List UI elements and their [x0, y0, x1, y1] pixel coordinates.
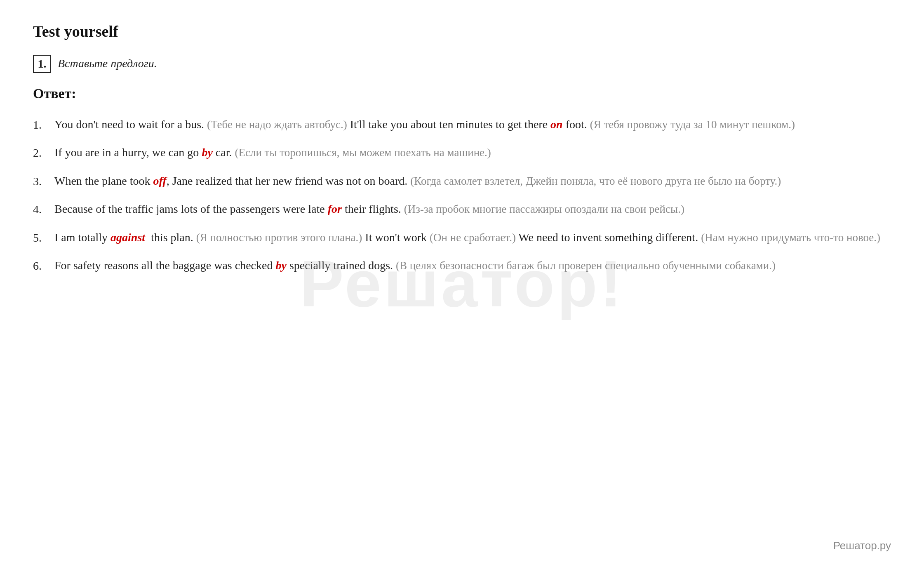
site-link: Решатор.ру	[833, 538, 891, 554]
translation: (Из-за пробок многие пассажиры опоздали …	[404, 203, 684, 215]
highlight-by2: by	[275, 259, 286, 272]
list-content-4: Because of the traffic jams lots of the …	[54, 200, 891, 218]
highlight-against: against	[111, 231, 145, 244]
list-content-3: When the plane took off, Jane realized t…	[54, 172, 891, 190]
list-num-5: 5.	[33, 228, 54, 247]
task-instruction: Вставьте предлоги.	[58, 55, 157, 72]
list-item: 4. Because of the traffic jams lots of t…	[33, 200, 891, 218]
task-number-box: 1.	[33, 55, 51, 73]
list-num-6: 6.	[33, 256, 54, 275]
highlight-off: off	[153, 174, 166, 187]
list-item: 3. When the plane took off, Jane realize…	[33, 172, 891, 190]
translation: (Он не сработает.)	[430, 231, 516, 244]
translation: (Если ты торопишься, мы можем поехать на…	[235, 146, 491, 159]
translation: (Я тебя провожу туда за 10 минут пешком.…	[590, 118, 795, 131]
list-item: 5. I am totally against this plan. (Я по…	[33, 228, 891, 247]
answer-list: 1. You don't need to wait for a bus. (Те…	[33, 115, 891, 275]
highlight-by: by	[202, 146, 212, 159]
translation: (Я полностью против этого плана.)	[196, 231, 362, 244]
list-num-4: 4.	[33, 200, 54, 218]
translation: (Тебе не надо ждать автобус.)	[207, 118, 347, 131]
list-num-3: 3.	[33, 172, 54, 190]
list-item: 6. For safety reasons all the baggage wa…	[33, 256, 891, 275]
list-item: 1. You don't need to wait for a bus. (Те…	[33, 115, 891, 134]
translation: (Нам нужно придумать что-то новое.)	[701, 231, 880, 244]
list-content-5: I am totally against this plan. (Я полно…	[54, 228, 891, 247]
list-content-1: You don't need to wait for a bus. (Тебе …	[54, 115, 891, 134]
page-title: Test yourself	[33, 20, 891, 43]
list-content-2: If you are in a hurry, we can go by car.…	[54, 144, 891, 162]
translation: (В целях безопасности багаж был проверен…	[396, 259, 776, 272]
list-item: 2. If you are in a hurry, we can go by c…	[33, 144, 891, 162]
task-line: 1. Вставьте предлоги.	[33, 55, 891, 73]
list-num-1: 1.	[33, 115, 54, 134]
highlight-for: for	[328, 202, 342, 215]
list-content-6: For safety reasons all the baggage was c…	[54, 256, 891, 275]
translation: (Когда самолет взлетел, Джейн поняла, чт…	[410, 175, 781, 187]
answer-label: Ответ:	[33, 83, 891, 104]
list-num-2: 2.	[33, 144, 54, 162]
highlight-on: on	[550, 118, 563, 131]
